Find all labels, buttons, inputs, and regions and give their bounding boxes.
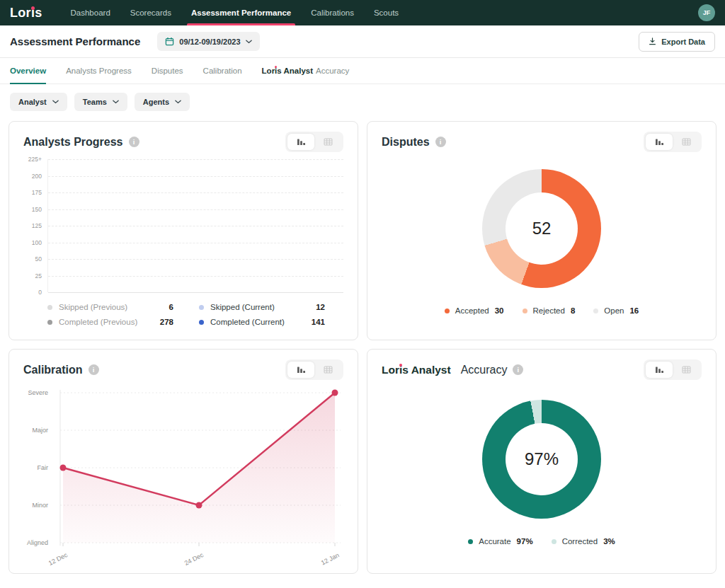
filter-agents-label: Agents [143,98,169,106]
legend-value: 16 [629,306,639,315]
table-icon [682,366,691,374]
download-icon [649,38,656,45]
legend-value: 97% [517,537,533,546]
page-title: Assessment Performance [10,35,140,47]
date-range-value: 09/12-09/19/2023 [179,38,240,46]
table-icon [324,366,333,374]
brand-pink-dot-icon [399,364,402,367]
legend-dot [523,309,527,313]
legend: Accepted 30 Rejected 8 Open 16 [445,306,639,315]
gridline [48,209,343,210]
dashboard-grid: Analysts Progress i [0,121,725,574]
navbar: Loris Dashboard Scorecards Assessment Pe… [0,0,725,25]
legend-value: 141 [312,318,325,326]
calibration-chart: SevereMajorFairMinorAligned [23,386,343,550]
legend-dot [47,320,52,325]
card-title: Accuracy [461,364,508,376]
filter-analyst[interactable]: Analyst [10,93,67,111]
tab-calibration[interactable]: Calibration [203,58,242,83]
info-icon[interactable]: i [435,137,446,147]
card-title: Analysts Progress [23,136,123,149]
legend-label: Accurate [479,537,510,546]
table-view-button[interactable] [673,134,700,150]
legend-dot [445,309,450,313]
axis-tick-label: 0 [38,289,42,296]
nav-item-dashboard[interactable]: Dashboard [61,0,120,25]
chart-view-button[interactable] [646,362,673,378]
tab-disputes[interactable]: Disputes [152,58,183,83]
nav-item-scorecards[interactable]: Scorecards [120,0,181,25]
axis-tick-label: 225+ [28,156,42,163]
filter-analyst-label: Analyst [18,98,47,106]
calendar-icon [165,37,174,46]
loris-analyst-brand: Loris Analyst [262,67,313,75]
chart-view-button[interactable] [646,134,673,150]
axis-tick-label: Severe [28,389,48,396]
table-icon [682,138,691,146]
gridline [48,276,343,277]
axis-tick-label: Aligned [27,539,48,546]
brand-pink-dot-icon [275,66,277,68]
legend-item: Rejected 8 [523,306,576,315]
tab-loris-analyst-accuracy[interactable]: Loris Analyst Accuracy [262,58,350,83]
filters-bar: Analyst Teams Agents [0,84,725,121]
nav-item-scouts[interactable]: Scouts [364,0,409,25]
info-icon[interactable]: i [129,137,139,147]
gridline [48,259,343,260]
legend: Skipped (Previous) 6 Skipped (Current) 1… [23,303,343,326]
filter-agents[interactable]: Agents [135,93,190,111]
chevron-down-icon [113,100,119,104]
view-toggle [644,359,702,380]
analysts-progress-chart: 225+20017515012510050250 [23,159,343,292]
table-view-button[interactable] [314,134,341,150]
table-view-button[interactable] [673,362,700,378]
tab-overview[interactable]: Overview [10,58,46,83]
line-plot [55,386,343,550]
date-range-picker[interactable]: 09/12-09/19/2023 [157,32,259,51]
info-icon[interactable]: i [89,364,99,375]
page-header: Assessment Performance 09/12-09/19/2023 … [0,25,725,58]
table-icon [324,138,333,146]
nav-items: Dashboard Scorecards Assessment Performa… [61,0,698,25]
avatar[interactable]: JF [698,4,715,21]
legend: Accurate 97% Corrected 3% [468,537,615,546]
filter-teams[interactable]: Teams [74,93,127,111]
legend-item: Skipped (Current) 12 [199,303,325,311]
legend-value: 278 [160,318,173,326]
axis-tick-label: 175 [32,189,42,196]
axis-tick-label: Fair [38,464,49,471]
disputes-donut-chart: 52 [482,169,601,288]
legend-dot [593,309,598,313]
x-axis: 12 Dec24 Dec12 Jan [55,550,343,570]
legend-value: 30 [495,306,504,315]
loris-logo[interactable]: Loris [10,6,42,21]
nav-item-calibrations[interactable]: Calibrations [301,0,364,25]
axis-tick-label: 12 Jan [320,551,341,566]
legend-dot [199,320,204,325]
legend-label: Skipped (Current) [210,303,309,311]
chevron-down-icon [175,100,181,104]
export-data-button[interactable]: Export Data [639,32,715,52]
legend-label: Rejected [533,306,565,315]
gridline [48,226,343,226]
legend-value: 3% [603,537,615,546]
chart-view-button[interactable] [287,134,314,150]
view-toggle [285,132,343,152]
legend-dot [199,305,204,310]
card-analysts-progress: Analysts Progress i [8,121,358,340]
view-toggle [285,359,343,380]
nav-item-assessment-performance[interactable]: Assessment Performance [181,0,301,25]
legend-label: Completed (Previous) [59,318,154,326]
info-icon[interactable]: i [513,364,523,375]
tab-analysts-progress[interactable]: Analysts Progress [66,58,132,83]
axis-tick-label: Minor [32,502,48,509]
axis-tick-label: 100 [32,239,42,246]
donut-center-value: 97% [525,449,559,469]
gridline [48,159,343,160]
chart-view-button[interactable] [287,362,314,378]
axis-tick-label: Major [32,427,48,434]
table-view-button[interactable] [314,362,341,378]
card-calibration: Calibration i SevereMajorFairMinorAligne… [8,349,358,574]
view-toggle [644,132,702,152]
donut-center-value: 52 [532,219,552,238]
